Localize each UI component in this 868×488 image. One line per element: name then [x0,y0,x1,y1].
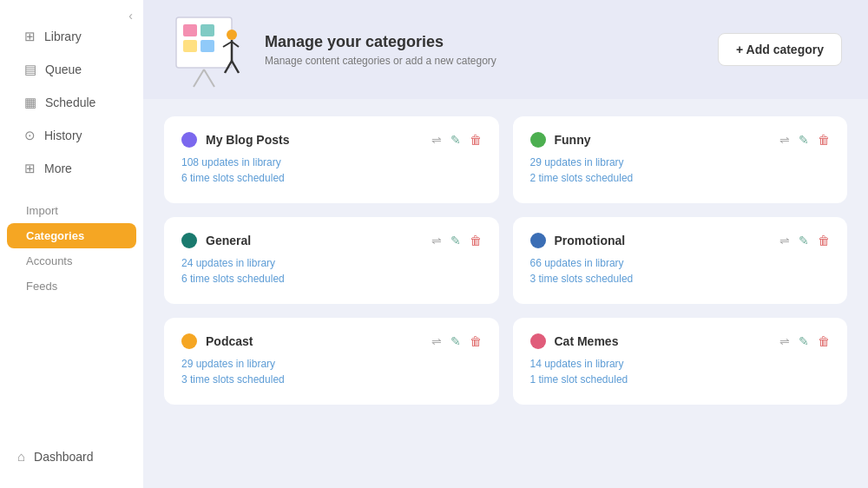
header-banner: Manage your categories Manage content ca… [143,0,868,99]
stat-slots-podcast[interactable]: 3 time slots scheduled [181,373,482,386]
delete-icon-podcast[interactable]: 🗑 [470,334,482,348]
card-actions-podcast: ⇌ ✎ 🗑 [431,334,482,348]
category-name-general: General [206,234,251,247]
svg-line-0 [194,69,204,87]
sidebar-label-queue: Queue [45,63,82,76]
delete-icon-funny[interactable]: 🗑 [818,133,830,147]
sidebar-item-import[interactable]: Import [0,198,143,223]
sidebar-label-history: History [44,129,82,142]
edit-icon-cat-memes[interactable]: ✎ [799,334,809,348]
stat-slots-funny[interactable]: 2 time slots scheduled [530,172,831,184]
card-actions-cat-memes: ⇌ ✎ 🗑 [779,334,830,348]
categories-area: My Blog Posts ⇌ ✎ 🗑 108 updates in libra… [143,99,868,488]
sidebar-item-queue[interactable]: ▤ Queue [7,54,136,85]
category-card-podcast: Podcast ⇌ ✎ 🗑 29 updates in library 3 ti… [164,318,499,405]
category-name-promotional: Promotional [555,234,626,247]
stat-updates-podcast[interactable]: 29 updates in library [181,358,482,370]
sidebar-label-dashboard: Dashboard [34,450,94,464]
category-dot-cat-memes [530,333,546,349]
category-dot-general [181,233,197,248]
category-card-cat-memes: Cat Memes ⇌ ✎ 🗑 14 updates in library 1 … [513,318,848,405]
stat-updates-my-blog-posts[interactable]: 108 updates in library [181,156,482,168]
stat-slots-my-blog-posts[interactable]: 6 time slots scheduled [181,172,482,184]
card-title-row-general: General [181,233,251,248]
shuffle-icon-general[interactable]: ⇌ [431,234,442,247]
card-header-podcast: Podcast ⇌ ✎ 🗑 [181,333,482,349]
svg-line-12 [232,61,239,73]
banner-title: Manage your categories [265,33,700,51]
shuffle-icon-funny[interactable]: ⇌ [779,133,790,147]
svg-rect-6 [201,40,214,52]
shuffle-icon-promotional[interactable]: ⇌ [779,234,790,247]
delete-icon-cat-memes[interactable]: 🗑 [818,334,830,348]
more-icon: ⊞ [24,161,36,176]
sidebar-label-schedule: Schedule [45,96,95,109]
stat-slots-cat-memes[interactable]: 1 time slot scheduled [530,373,831,386]
sidebar-item-history[interactable]: ⊙ History [7,120,136,151]
stat-slots-promotional[interactable]: 3 time slots scheduled [530,273,831,285]
card-header-cat-memes: Cat Memes ⇌ ✎ 🗑 [530,333,831,349]
edit-icon-general[interactable]: ✎ [450,234,461,247]
edit-icon-funny[interactable]: ✎ [799,133,809,147]
sidebar-item-schedule[interactable]: ▦ Schedule [7,87,136,118]
edit-icon-podcast[interactable]: ✎ [450,334,461,348]
stat-updates-cat-memes[interactable]: 14 updates in library [530,358,831,370]
delete-icon-my-blog-posts[interactable]: 🗑 [470,133,482,147]
library-icon: ⊞ [24,29,36,44]
sidebar-label-more: More [44,162,72,175]
svg-point-7 [227,30,237,40]
category-name-my-blog-posts: My Blog Posts [206,133,289,147]
stat-updates-promotional[interactable]: 66 updates in library [530,257,831,269]
category-card-general: General ⇌ ✎ 🗑 24 updates in library 6 ti… [164,217,499,304]
card-header-promotional: Promotional ⇌ ✎ 🗑 [530,233,831,248]
category-name-funny: Funny [555,133,591,147]
svg-rect-4 [201,24,214,36]
delete-icon-general[interactable]: 🗑 [470,234,482,247]
add-category-button[interactable]: + Add category [718,33,842,66]
sidebar-item-more[interactable]: ⊞ More [7,153,136,184]
history-icon: ⊙ [24,128,36,143]
banner-illustration [161,10,247,89]
sidebar-item-accounts[interactable]: Accounts [0,248,143,274]
sidebar-item-feeds[interactable]: Feeds [0,274,143,299]
card-title-row-funny: Funny [530,132,591,148]
shuffle-icon-podcast[interactable]: ⇌ [431,334,442,348]
shuffle-icon-my-blog-posts[interactable]: ⇌ [431,133,442,147]
card-title-row-cat-memes: Cat Memes [530,333,619,349]
banner-subtitle: Manage content categories or add a new c… [265,55,700,67]
svg-rect-5 [183,40,197,52]
svg-rect-3 [183,24,197,36]
stat-slots-general[interactable]: 6 time slots scheduled [181,273,482,285]
category-dot-my-blog-posts [181,132,197,148]
edit-icon-promotional[interactable]: ✎ [799,234,809,247]
banner-text: Manage your categories Manage content ca… [265,33,700,67]
card-title-row-promotional: Promotional [530,233,626,248]
delete-icon-promotional[interactable]: 🗑 [818,234,830,247]
shuffle-icon-cat-memes[interactable]: ⇌ [779,334,790,348]
sidebar-item-library[interactable]: ⊞ Library [7,21,136,52]
card-title-row-my-blog-posts: My Blog Posts [181,132,289,148]
main-content: Manage your categories Manage content ca… [143,0,868,488]
category-dot-promotional [530,233,546,248]
sidebar: ‹ ⊞ Library ▤ Queue ▦ Schedule ⊙ History… [0,0,143,488]
stat-updates-funny[interactable]: 29 updates in library [530,156,831,168]
card-actions-general: ⇌ ✎ 🗑 [431,234,482,247]
collapse-icon[interactable]: ‹ [128,9,133,23]
card-title-row-podcast: Podcast [181,333,253,349]
card-actions-funny: ⇌ ✎ 🗑 [779,133,830,147]
card-header-my-blog-posts: My Blog Posts ⇌ ✎ 🗑 [181,132,482,148]
queue-icon: ▤ [24,62,36,77]
sidebar-submenu: Import Categories Accounts Feeds [0,195,143,302]
category-name-cat-memes: Cat Memes [555,334,619,348]
category-name-podcast: Podcast [206,334,253,348]
sidebar-label-library: Library [44,30,82,43]
stat-updates-general[interactable]: 24 updates in library [181,257,482,269]
sidebar-item-dashboard[interactable]: ⌂ Dashboard [0,439,143,474]
category-card-funny: Funny ⇌ ✎ 🗑 29 updates in library 2 time… [513,116,848,203]
svg-line-1 [204,69,214,87]
category-card-promotional: Promotional ⇌ ✎ 🗑 66 updates in library … [513,217,848,304]
sidebar-item-categories[interactable]: Categories [7,223,136,248]
edit-icon-my-blog-posts[interactable]: ✎ [450,133,461,147]
category-dot-funny [530,132,546,148]
schedule-icon: ▦ [24,95,36,110]
